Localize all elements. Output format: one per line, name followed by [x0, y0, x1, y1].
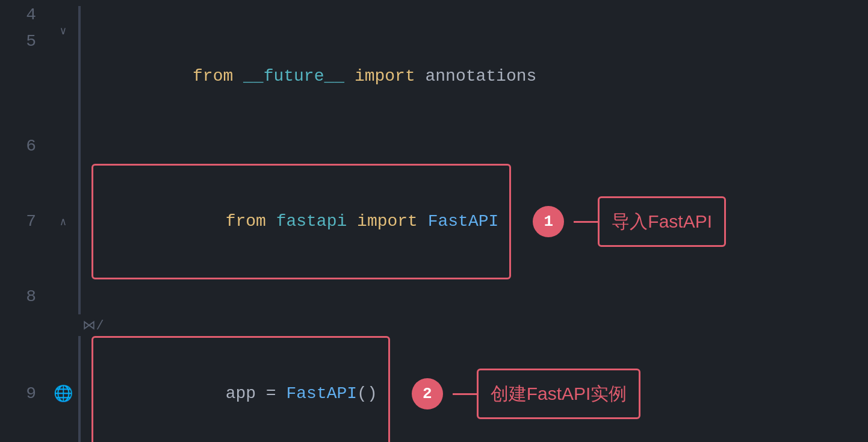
line-number-4: 4	[0, 6, 48, 24]
annotation-box-1: from fastapi import FastAPI	[91, 164, 511, 279]
gutter-9: 🌐	[48, 384, 78, 403]
line-content-7: from fastapi import FastAPI 1 导入FastAPI	[85, 164, 868, 279]
var-app: app	[226, 384, 266, 403]
module-future: __future__	[243, 67, 344, 86]
fold-arrow-7[interactable]: ∧	[60, 215, 67, 228]
code-token: from __future__ import annotations	[91, 24, 536, 129]
line-number-7: 7	[0, 204, 48, 239]
code-token-9: app = FastAPI()	[104, 341, 377, 442]
share-slash-row-9: ⋈/	[0, 314, 868, 336]
code-line-9: 9 🌐 app = FastAPI() 2 创建FastAPI实例	[0, 336, 868, 442]
vertical-bar-8	[78, 279, 81, 314]
line-number-8: 8	[0, 279, 48, 314]
code-line-8: 8	[0, 279, 868, 314]
vertical-bar-7	[78, 164, 81, 279]
globe-icon-9: 🌐	[54, 384, 73, 403]
annotation-circle-1: 1	[533, 206, 564, 237]
annotation-line-1	[574, 221, 598, 223]
fastapi-call: FastAPI	[286, 384, 357, 403]
module-fastapi: fastapi	[276, 212, 347, 231]
line-number-6: 6	[0, 129, 48, 164]
code-line-5: 5 ∨ from __future__ import annotations	[0, 24, 868, 129]
assign-op: =	[266, 384, 287, 403]
keyword-import: import	[344, 67, 425, 86]
code-line-6: 6	[0, 129, 868, 164]
class-fastapi: FastAPI	[428, 212, 499, 231]
annotation-box-2: app = FastAPI()	[91, 336, 390, 442]
vertical-bar-6	[78, 129, 81, 164]
annotation-label-1: 导入FastAPI	[598, 196, 726, 247]
code-line-7: 7 ∧ from fastapi import FastAPI 1 导入Fast…	[0, 164, 868, 279]
annotation-line-2	[453, 393, 477, 395]
vertical-bar-4	[78, 6, 81, 24]
gutter-5: ∨	[48, 24, 78, 37]
keyword-from: from	[193, 67, 243, 86]
code-token-7: from fastapi import FastAPI	[104, 169, 498, 274]
line-content-9: app = FastAPI() 2 创建FastAPI实例	[85, 336, 868, 442]
line-number-9: 9	[0, 376, 48, 411]
annotation-row-2: 2 创建FastAPI实例	[402, 369, 641, 419]
code-area: 4 5 ∨ from __future__ import annotations…	[0, 0, 868, 442]
annotation-circle-2: 2	[412, 378, 443, 409]
parens: ()	[357, 384, 377, 403]
import-target: annotations	[426, 67, 537, 86]
annotation-label-2: 创建FastAPI实例	[477, 369, 641, 419]
keyword-from-7: from	[226, 212, 276, 231]
editor-container: 4 5 ∨ from __future__ import annotations…	[0, 0, 868, 442]
vertical-bar-9	[78, 336, 81, 442]
annotation-row-1: 1 导入FastAPI	[523, 196, 726, 247]
fold-arrow-5[interactable]: ∨	[60, 24, 67, 37]
vertical-bar-5	[78, 24, 81, 129]
line-content-5: from __future__ import annotations	[85, 24, 868, 129]
keyword-import-7: import	[347, 212, 427, 231]
gutter-7: ∧	[48, 215, 78, 228]
code-line-4: 4	[0, 6, 868, 24]
share-icon-9: ⋈/	[82, 317, 104, 334]
line-number-5: 5	[0, 24, 48, 59]
